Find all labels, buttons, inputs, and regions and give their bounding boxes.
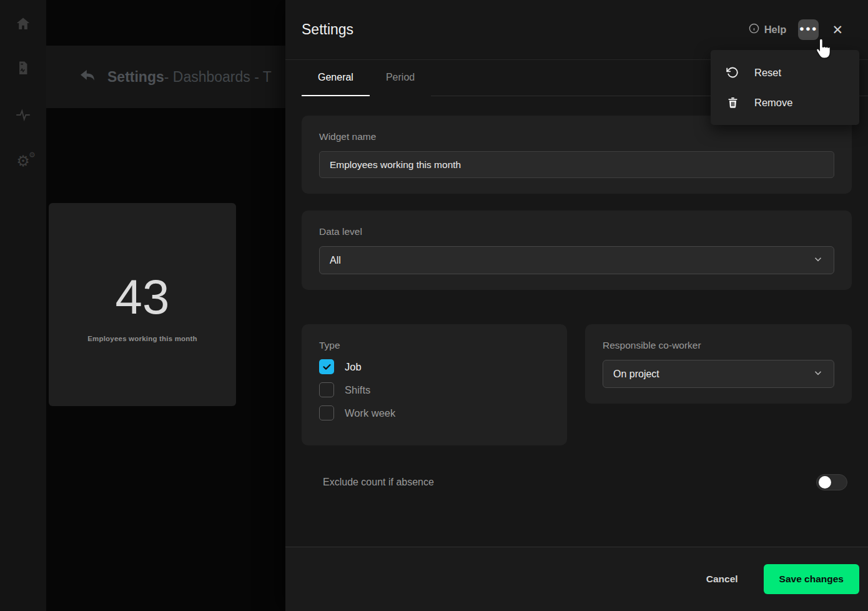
back-arrow-icon[interactable] bbox=[79, 67, 96, 86]
toggle-knob bbox=[819, 476, 831, 489]
tab-general[interactable]: General bbox=[302, 60, 370, 96]
settings-footer: Cancel Save changes bbox=[285, 547, 868, 611]
small-gear-icon: ⚙ bbox=[29, 151, 36, 159]
checkbox-shifts[interactable]: Shifts bbox=[319, 382, 550, 397]
checkbox-empty-icon bbox=[319, 382, 334, 397]
panel-header-actions: Help ●●● ✕ bbox=[749, 19, 844, 40]
settings-gear-icon[interactable]: ⚙⚙ bbox=[0, 152, 46, 170]
close-icon[interactable]: ✕ bbox=[831, 22, 844, 37]
breadcrumb-rest: - Dashboards - T bbox=[164, 69, 272, 86]
type-label: Type bbox=[319, 340, 550, 351]
exclude-absence-toggle[interactable] bbox=[816, 474, 847, 490]
widget-name-input[interactable] bbox=[319, 151, 834, 178]
responsible-select[interactable]: On project bbox=[603, 360, 834, 388]
help-label: Help bbox=[764, 24, 787, 36]
menu-item-remove-label: Remove bbox=[754, 97, 792, 109]
menu-item-remove[interactable]: Remove bbox=[711, 87, 859, 117]
responsible-label: Responsible co-worker bbox=[603, 340, 834, 351]
exclude-absence-row: Exclude count if absence bbox=[302, 474, 852, 490]
widget-name-card: Widget name bbox=[302, 116, 852, 194]
type-card: Type Job Shifts Work week bbox=[302, 324, 567, 445]
widget-value: 43 bbox=[116, 272, 170, 321]
checkbox-empty-icon bbox=[319, 405, 334, 420]
reports-icon[interactable] bbox=[0, 59, 46, 77]
more-options-button[interactable]: ●●● bbox=[798, 19, 819, 40]
checkbox-work-week-label: Work week bbox=[345, 407, 395, 419]
exclude-absence-label: Exclude count if absence bbox=[323, 477, 434, 488]
more-options-menu: Reset Remove bbox=[711, 50, 859, 125]
dashboard-widget[interactable]: 43 Employees working this month bbox=[49, 203, 236, 406]
responsible-value: On project bbox=[613, 369, 659, 380]
trash-icon bbox=[726, 96, 739, 109]
data-level-card: Data level All bbox=[302, 211, 852, 290]
home-icon[interactable] bbox=[0, 15, 46, 32]
activity-icon[interactable] bbox=[0, 106, 46, 124]
data-level-value: All bbox=[330, 255, 341, 266]
panel-title: Settings bbox=[302, 21, 353, 38]
cancel-button[interactable]: Cancel bbox=[706, 574, 738, 585]
menu-item-reset[interactable]: Reset bbox=[711, 57, 859, 87]
checkbox-job-label: Job bbox=[345, 361, 362, 373]
help-button[interactable]: Help bbox=[749, 23, 787, 36]
checkbox-job[interactable]: Job bbox=[319, 359, 550, 374]
screen: ⚙⚙ Settings - Dashboards - T 43 Employee… bbox=[0, 0, 868, 611]
type-and-responsible-row: Type Job Shifts Work week bbox=[302, 324, 852, 445]
tab-period[interactable]: Period bbox=[370, 60, 431, 96]
checkbox-checked-icon bbox=[319, 359, 334, 374]
chevron-down-icon bbox=[812, 254, 824, 267]
data-level-label: Data level bbox=[319, 226, 834, 237]
reset-icon bbox=[726, 66, 739, 79]
data-level-select[interactable]: All bbox=[319, 246, 834, 274]
widget-caption: Employees working this month bbox=[87, 335, 197, 342]
chevron-down-icon bbox=[812, 367, 824, 381]
settings-content: Widget name Data level All Type bbox=[285, 96, 868, 490]
checkbox-shifts-label: Shifts bbox=[345, 384, 370, 396]
breadcrumb-title[interactable]: Settings bbox=[107, 69, 164, 86]
checkbox-work-week[interactable]: Work week bbox=[319, 405, 550, 420]
save-changes-button[interactable]: Save changes bbox=[764, 564, 859, 594]
ellipsis-icon: ●●● bbox=[799, 24, 818, 32]
info-icon bbox=[749, 23, 759, 36]
responsible-card: Responsible co-worker On project bbox=[585, 324, 852, 404]
widget-name-label: Widget name bbox=[319, 131, 834, 142]
page-header: Settings - Dashboards - T bbox=[46, 46, 285, 108]
app-sidebar: ⚙⚙ bbox=[0, 0, 46, 611]
menu-item-reset-label: Reset bbox=[754, 67, 781, 79]
